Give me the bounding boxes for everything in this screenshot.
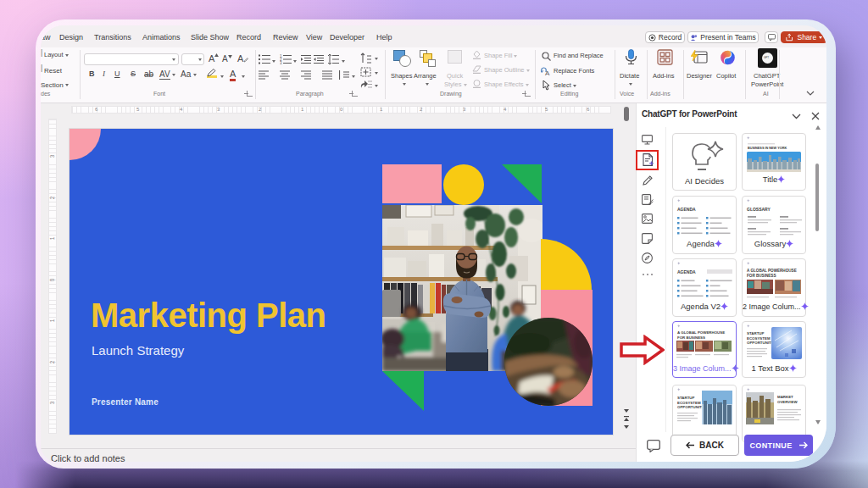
svg-text:A GLOBAL POWERHOUSE: A GLOBAL POWERHOUSE [747,269,797,273]
svg-text:FOR BUSINESS: FOR BUSINESS [677,336,705,340]
svg-text:ECOSYSTEM: ECOSYSTEM [677,401,701,405]
svg-text:MARKET: MARKET [777,395,793,399]
svg-text:AGENDA: AGENDA [677,269,696,274]
svg-text:OVERVIEW: OVERVIEW [777,400,798,404]
svg-text:GLOSSARY: GLOSSARY [747,207,771,212]
svg-text:FOR BUSINESS: FOR BUSINESS [747,274,776,278]
svg-text:ECOSYSTEM: ECOSYSTEM [747,336,771,341]
svg-text:AGENDA: AGENDA [677,207,696,212]
svg-text:STARTUP: STARTUP [747,331,764,336]
svg-text:3: 3 [280,61,282,64]
svg-text:A GLOBAL POWERHOUSE: A GLOBAL POWERHOUSE [677,330,725,335]
svg-text:BUSINESS IN NEW YORK: BUSINESS IN NEW YORK [748,147,787,150]
svg-text:STARTUP: STARTUP [677,396,694,400]
svg-text:A: A [545,69,550,76]
